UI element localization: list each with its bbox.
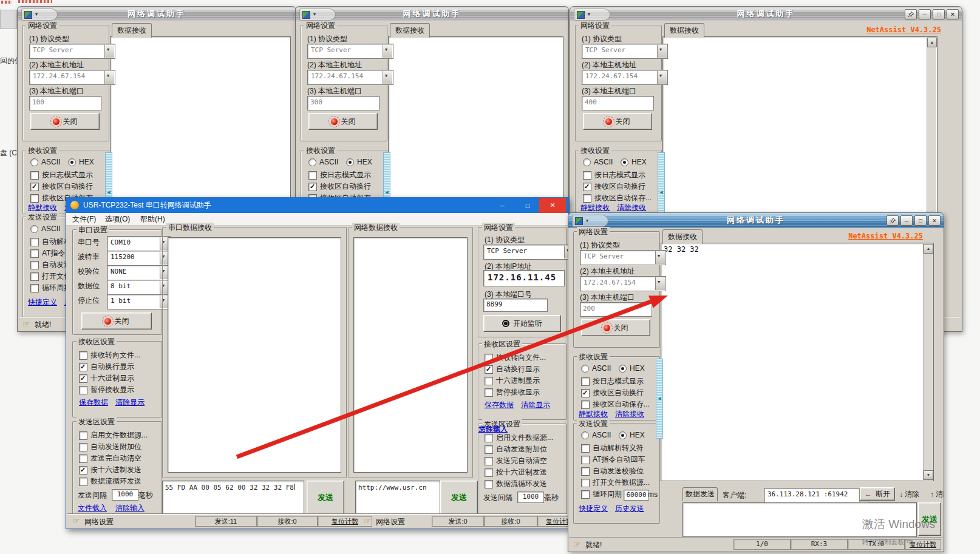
clear-send-button[interactable]: ↑清除 (930, 489, 944, 499)
silent-receive-link[interactable]: 静默接收 (579, 409, 608, 419)
cycle-period-input[interactable]: 60000 (624, 490, 649, 501)
radio-send-hex[interactable]: HEX (619, 431, 645, 439)
checkbox-icon (581, 467, 590, 476)
checkbox-file-source[interactable]: 打开文件数据源... (581, 478, 650, 488)
app-menu-button[interactable]: ▾ (572, 215, 608, 227)
group-label: 发送设置 (577, 419, 610, 429)
chevron-down-icon[interactable] (655, 277, 665, 290)
status-rx: RX:3 (791, 539, 848, 550)
checkbox-log-mode[interactable]: 按日志模式显示 (581, 376, 644, 387)
host-label: (2) 本地主机地址 (580, 266, 635, 277)
close-connection-button[interactable]: 关闭 (581, 319, 650, 336)
status-connections: 1/0 (733, 539, 791, 550)
port-label: (3) 本地主机端口 (580, 292, 635, 303)
clear-receive-button[interactable]: ↓清除 (899, 489, 919, 499)
cycle-unit-label: ms (648, 490, 658, 499)
status-ready: 就绪! (585, 540, 602, 550)
checkbox-auto-checksum[interactable]: 自动发送校验位 (581, 466, 644, 476)
status-tx: TX:0 (848, 539, 905, 550)
chevron-down-icon: ▾ (586, 218, 588, 223)
netassist-window-e: ▾ 网络调试助手 ─ □ ✕ NetAssist V4.3.25 数据接收 32… (568, 212, 944, 552)
radio-receive-hex[interactable]: HEX (619, 364, 645, 373)
left-arrow-icon: ← (865, 490, 872, 498)
checkbox-icon (581, 490, 590, 499)
chevron-down-icon[interactable] (655, 251, 665, 264)
radio-icon (581, 431, 589, 439)
radio-icon (619, 431, 627, 439)
foreground-windows-layer: ▾ 网络调试助手 ─ □ ✕ NetAssist V4.3.25 数据接收 32… (0, 0, 980, 554)
group-label: 网络设置 (577, 227, 610, 237)
clear-receive-link[interactable]: 清除接收 (615, 409, 644, 419)
hand-icon: ☞ (573, 539, 581, 549)
minimize-button[interactable]: ─ (900, 215, 913, 226)
checkbox-auto-save[interactable]: 接收区自动保存... (581, 399, 650, 410)
checkbox-icon (581, 456, 590, 464)
checkbox-auto-wrap[interactable]: 接收区自动换行 (581, 388, 644, 398)
history-send-link[interactable]: 历史发送 (615, 504, 644, 514)
host-select[interactable]: 172.24.67.154 (580, 276, 666, 291)
vertical-scrollbar[interactable]: ▲ ▼ (923, 244, 933, 480)
status-bar: ☞ 就绪! 1/0 RX:3 TX:0 复位计数 (570, 538, 942, 550)
disconnect-button[interactable]: ←断开 (860, 487, 895, 501)
port-input[interactable]: 200 (580, 302, 652, 317)
checkbox-icon (581, 389, 590, 397)
checkbox-icon (581, 400, 590, 409)
send-settings-group: 发送设置 ASCII HEX 自动解析转义符 AT指令自动回车 自动发送校验位 … (573, 423, 660, 524)
network-settings-group: 网络设置 (1) 协议类型 TCP Server (2) 本地主机地址 172.… (573, 231, 660, 348)
protocol-label: (1) 协议类型 (580, 240, 620, 251)
reset-counter-link[interactable]: 复位计数 (905, 539, 941, 550)
radio-icon (619, 365, 627, 373)
netassist-version-link[interactable]: NetAssist V4.3.25 (848, 232, 923, 240)
checkbox-auto-escape[interactable]: 自动解析转义符 (581, 443, 644, 453)
scroll-up-icon[interactable]: ▲ (924, 244, 933, 254)
titlebar[interactable]: ▾ 网络调试助手 ─ □ ✕ (568, 213, 944, 228)
radio-receive-ascii[interactable]: ASCII (581, 364, 611, 373)
titlebar-buttons: ─ □ ✕ (886, 215, 941, 226)
pin-button[interactable] (886, 215, 899, 226)
panel-collapse-handle[interactable]: ◀ (656, 359, 663, 439)
checkbox-icon (581, 444, 590, 453)
received-data: 32 32 32 (664, 245, 921, 254)
checkbox-at-enter[interactable]: AT指令自动回车 (581, 454, 645, 465)
shortcut-define-link[interactable]: 快捷定义 (579, 504, 608, 514)
receive-settings-group: 接收设置 ASCII HEX 按日志模式显示 接收区自动换行 接收区自动保存..… (573, 356, 660, 421)
data-receive-area[interactable]: 32 32 32 ▲ ▼ (661, 243, 934, 481)
checkbox-icon (581, 377, 590, 386)
desktop: 回的位 盘 (C: ▾ 网络调试助手 ─ □ ✕ NetAssist V4.3.… (0, 0, 980, 554)
tab-data-send[interactable]: 数据发送 (682, 487, 718, 501)
radio-icon (581, 365, 589, 373)
down-arrow-icon: ↓ (899, 490, 903, 499)
maximize-button[interactable]: □ (914, 215, 927, 226)
tab-data-receive[interactable]: 数据接收 (662, 229, 703, 244)
group-label: 接收设置 (577, 352, 610, 362)
app-icon (575, 217, 583, 225)
checkbox-cycle-period[interactable]: 循环周期 (581, 489, 622, 499)
client-select[interactable]: 36.113.28.121 :61942 (764, 488, 870, 503)
scroll-down-icon[interactable]: ▼ (924, 470, 933, 480)
close-icon[interactable]: ✕ (928, 215, 941, 226)
up-arrow-icon: ↑ (930, 490, 934, 499)
client-label: 客户端: (723, 490, 746, 501)
protocol-select[interactable]: TCP Server (580, 250, 666, 265)
red-led-icon (604, 325, 610, 331)
checkbox-icon (581, 479, 590, 487)
send-button[interactable]: 发送 (918, 502, 941, 536)
send-input[interactable] (682, 502, 917, 537)
radio-send-ascii[interactable]: ASCII (581, 431, 611, 439)
